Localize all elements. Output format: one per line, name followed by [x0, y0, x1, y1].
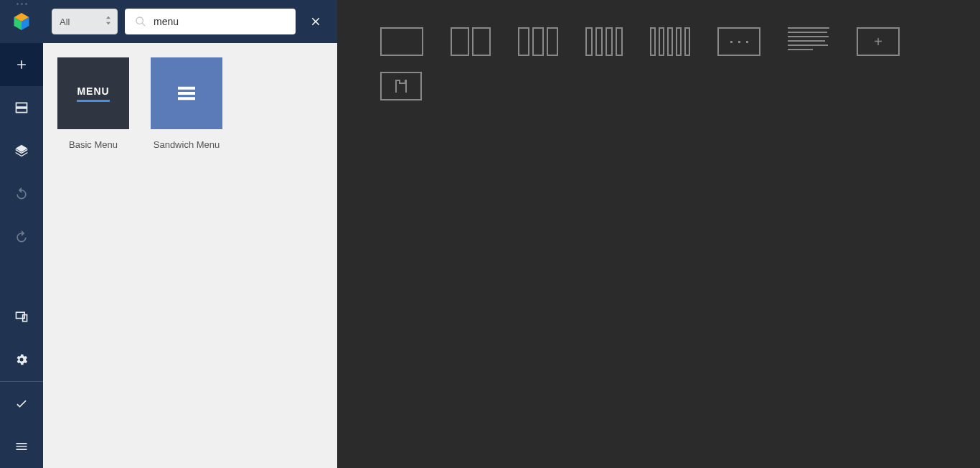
row-icon — [14, 100, 29, 115]
app-logo[interactable] — [0, 0, 43, 43]
layout-two-columns[interactable] — [451, 27, 491, 56]
publish-button[interactable] — [0, 382, 43, 425]
layout-add-custom[interactable]: + — [857, 27, 900, 56]
layers-icon — [14, 144, 29, 158]
layout-more-options[interactable] — [717, 27, 760, 56]
elements-panel: All MENU Basic Menu — [43, 0, 337, 468]
search-input[interactable] — [154, 16, 286, 27]
sandwich-menu-icon — [175, 82, 198, 105]
search-icon — [135, 16, 146, 27]
gear-icon — [14, 352, 29, 367]
element-thumbnail: MENU — [57, 57, 129, 129]
editor-canvas: + — [337, 0, 980, 468]
search-field-wrapper — [125, 9, 296, 34]
plus-icon — [14, 57, 29, 72]
category-filter[interactable]: All — [52, 9, 118, 34]
close-icon — [309, 15, 322, 28]
elements-grid: MENU Basic Menu Sandwich Menu — [43, 43, 337, 164]
element-label: Sandwich Menu — [154, 139, 220, 150]
layout-three-columns[interactable] — [518, 27, 558, 56]
settings-button[interactable] — [0, 338, 43, 381]
layout-text-block[interactable] — [788, 27, 829, 56]
responsive-button[interactable] — [0, 295, 43, 338]
logo-dots — [17, 3, 27, 5]
layers-button[interactable] — [0, 129, 43, 172]
element-label: Basic Menu — [69, 139, 118, 150]
devices-icon — [14, 309, 29, 324]
element-basic-menu[interactable]: MENU Basic Menu — [57, 57, 129, 150]
element-sandwich-menu[interactable]: Sandwich Menu — [151, 57, 222, 150]
row-layout-button[interactable] — [0, 86, 43, 129]
close-panel-button[interactable] — [303, 9, 329, 34]
redo-button[interactable] — [0, 215, 43, 258]
hamburger-icon — [14, 439, 29, 454]
layout-one-column[interactable] — [380, 27, 423, 56]
add-element-button[interactable] — [0, 43, 43, 86]
element-thumbnail — [151, 57, 222, 129]
layout-template[interactable] — [380, 72, 422, 100]
select-caret-icon — [105, 17, 111, 27]
filter-selected-value: All — [60, 17, 70, 27]
menu-button[interactable] — [0, 425, 43, 468]
cube-logo-icon — [11, 11, 32, 32]
plus-icon: + — [874, 34, 882, 50]
layout-four-columns[interactable] — [585, 27, 623, 56]
undo-icon — [14, 187, 29, 201]
row-layout-options: + — [380, 27, 937, 56]
vertical-toolbar — [0, 0, 43, 468]
check-icon — [14, 396, 29, 411]
layout-five-columns[interactable] — [650, 27, 690, 56]
redo-icon — [14, 230, 29, 244]
thumbnail-text: MENU — [77, 85, 109, 102]
panel-header: All — [43, 0, 337, 43]
undo-button[interactable] — [0, 172, 43, 215]
